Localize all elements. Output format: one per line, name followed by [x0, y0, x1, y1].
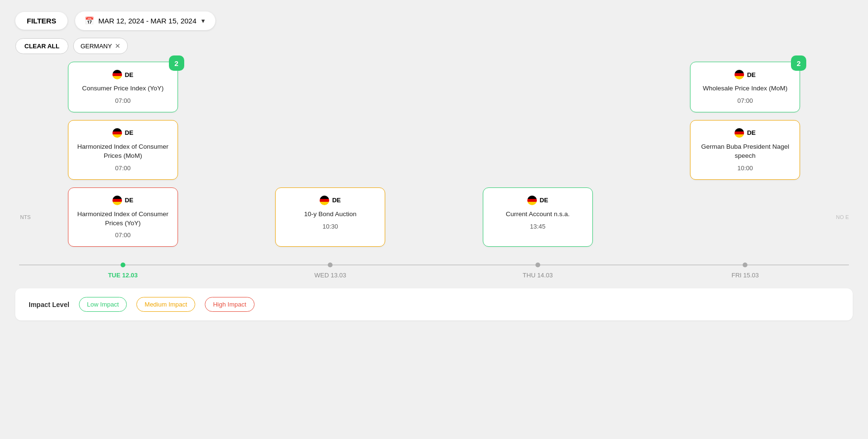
card-country-hicp-mom: DE — [77, 128, 169, 138]
card-badge-wpi: 2 — [791, 55, 806, 71]
top-bar: FILTERS 📅 MAR 12, 2024 - MAR 15, 2024 ▼ — [0, 0, 868, 38]
card-cell-0-1 — [227, 62, 434, 112]
timeline-dot-col-0 — [19, 263, 227, 267]
card-event-time-ca: 13:45 — [492, 223, 584, 230]
filters-button[interactable]: FILTERS — [15, 12, 67, 30]
timeline-dot-wed — [328, 263, 333, 267]
cards-row-2: DE Harmonized Index of Consumer Prices (… — [19, 120, 849, 180]
card-event-time-nagel: 10:00 — [699, 165, 791, 172]
timeline-label-thu: THU 14.03 — [434, 272, 642, 279]
filter-tags-bar: CLEAR ALL GERMANY ✕ — [0, 38, 868, 62]
flag-de-icon — [112, 70, 122, 79]
germany-tag[interactable]: GERMANY ✕ — [73, 38, 128, 54]
card-event-time-wpi: 07:00 — [699, 97, 791, 104]
card-country-code: DE — [125, 71, 134, 78]
card-event-time-hicp-mom: 07:00 — [77, 165, 169, 172]
card-event-name: Consumer Price Index (YoY) — [77, 84, 169, 93]
germany-tag-label: GERMANY — [80, 43, 112, 50]
card-cell-0-0: 2 DE Consumer Price Index (YoY) 07:00 — [19, 62, 227, 112]
event-card-hicp-yoy[interactable]: DE Harmonized Index of Consumer Prices (… — [68, 187, 178, 247]
event-card-ca[interactable]: DE Current Account n.s.a. 13:45 — [483, 187, 593, 247]
card-cell-0-2 — [434, 62, 642, 112]
card-country-hicp-yoy: DE — [77, 196, 169, 205]
cards-row-3: NTS DE Harmonized Index of Consumer Pric… — [19, 187, 849, 247]
card-country: DE — [77, 70, 169, 79]
impact-level-label: Impact Level — [29, 301, 69, 308]
timeline-dot-tue — [121, 263, 125, 267]
side-label-right: NO E — [836, 214, 849, 220]
timeline-label-wed: WED 13.03 — [227, 272, 434, 279]
card-cell-0-3: 2 DE Wholesale Price Index (MoM) 07:00 — [642, 62, 849, 112]
card-country-code-nagel: DE — [747, 129, 756, 136]
timeline-labels: TUE 12.03 WED 13.03 THU 14.03 FRI 15.03 — [0, 272, 868, 279]
card-event-name-bond: 10-y Bond Auction — [284, 210, 376, 219]
card-badge: 2 — [169, 55, 184, 71]
card-country-code-ca: DE — [540, 197, 548, 204]
event-card-hicp-mom[interactable]: DE Harmonized Index of Consumer Prices (… — [68, 120, 178, 180]
timeline-dot-col-1 — [227, 263, 434, 267]
card-event-name-wpi: Wholesale Price Index (MoM) — [699, 84, 791, 93]
card-cell-2-1: DE 10-y Bond Auction 10:30 — [227, 187, 434, 247]
event-card-nagel[interactable]: DE German Buba President Nagel speech 10… — [690, 120, 800, 180]
calendar-icon: 📅 — [85, 16, 94, 25]
legend-high-impact[interactable]: High Impact — [205, 297, 254, 312]
card-country-code-hicp-yoy: DE — [125, 197, 134, 204]
card-cell-1-3: DE German Buba President Nagel speech 10… — [642, 120, 849, 180]
date-range-text: MAR 12, 2024 - MAR 15, 2024 — [98, 17, 196, 25]
event-card-wpi[interactable]: 2 DE Wholesale Price Index (MoM) 07:00 — [690, 62, 800, 112]
card-country-bond: DE — [284, 196, 376, 205]
event-card-cpi[interactable]: 2 DE Consumer Price Index (YoY) 07:00 — [68, 62, 178, 112]
card-event-name-ca: Current Account n.s.a. — [492, 210, 584, 219]
date-range-button[interactable]: 📅 MAR 12, 2024 - MAR 15, 2024 ▼ — [75, 11, 215, 30]
timeline-dot-thu — [535, 263, 540, 267]
timeline-dot-col-2 — [434, 263, 642, 267]
flag-de-icon-bond — [320, 196, 329, 205]
cards-layout: 2 DE Consumer Price Index (YoY) 07:00 2 … — [0, 62, 868, 247]
card-country-wpi: DE — [699, 70, 791, 79]
event-card-bond[interactable]: DE 10-y Bond Auction 10:30 — [275, 187, 385, 247]
card-cell-1-1 — [227, 120, 434, 180]
card-country-nagel: DE — [699, 128, 791, 138]
card-event-name-hicp-yoy: Harmonized Index of Consumer Prices (YoY… — [77, 210, 169, 228]
card-cell-2-0: DE Harmonized Index of Consumer Prices (… — [19, 187, 227, 247]
legend-low-impact[interactable]: Low Impact — [79, 297, 127, 312]
timeline-label-tue: TUE 12.03 — [19, 272, 227, 279]
card-country-ca: DE — [492, 196, 584, 205]
side-label-left: NTS — [20, 214, 31, 220]
card-country-code-hicp-mom: DE — [125, 129, 134, 136]
flag-de-icon-hicp-yoy — [112, 196, 122, 205]
timeline-line-container — [19, 261, 849, 269]
flag-de-icon-ca — [527, 196, 537, 205]
card-cell-1-0: DE Harmonized Index of Consumer Prices (… — [19, 120, 227, 180]
card-country-code-bond: DE — [332, 197, 341, 204]
flag-de-icon-wpi — [734, 70, 744, 79]
timeline-dot-fri — [743, 263, 747, 267]
card-event-time-hicp-yoy: 07:00 — [77, 231, 169, 239]
card-event-time-bond: 10:30 — [284, 223, 376, 230]
flag-de-icon-nagel — [734, 128, 744, 138]
clear-all-button[interactable]: CLEAR ALL — [15, 38, 68, 54]
timeline-dots — [19, 263, 849, 267]
chevron-down-icon: ▼ — [200, 18, 206, 24]
card-cell-2-3: NO E — [642, 187, 849, 247]
legend-medium-impact[interactable]: Medium Impact — [136, 297, 195, 312]
timeline-label-fri: FRI 15.03 — [642, 272, 849, 279]
card-event-name-hicp-mom: Harmonized Index of Consumer Prices (MoM… — [77, 143, 169, 161]
card-cell-2-2: DE Current Account n.s.a. 13:45 — [434, 187, 642, 247]
card-cell-1-2 — [434, 120, 642, 180]
footer-legend: Impact Level Low Impact Medium Impact Hi… — [15, 288, 853, 320]
germany-tag-close-icon[interactable]: ✕ — [115, 42, 121, 50]
card-country-code-wpi: DE — [747, 71, 756, 78]
timeline-dot-col-3 — [642, 263, 849, 267]
flag-de-icon-hicp-mom — [112, 128, 122, 138]
card-event-name-nagel: German Buba President Nagel speech — [699, 143, 791, 161]
cards-row-1: 2 DE Consumer Price Index (YoY) 07:00 2 … — [19, 62, 849, 112]
card-event-time: 07:00 — [77, 97, 169, 104]
